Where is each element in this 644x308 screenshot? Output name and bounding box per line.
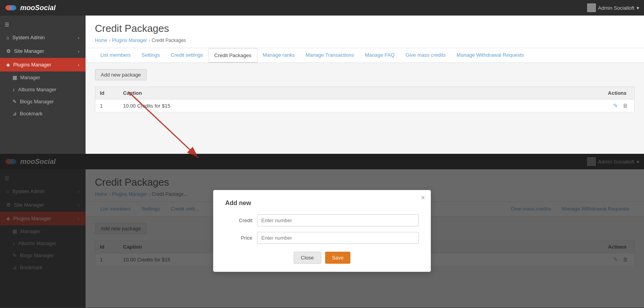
sidebar-label-plugins-manager: Plugins Manager bbox=[13, 62, 51, 68]
modal-save-btn[interactable]: Save bbox=[325, 252, 351, 264]
delete-icon[interactable]: 🗑 bbox=[623, 103, 628, 109]
admin-menu[interactable]: Admin Socialloft ▾ bbox=[587, 3, 639, 12]
admin-dropdown-icon: ▾ bbox=[637, 5, 639, 11]
admin-avatar bbox=[587, 3, 596, 12]
modal-title: Add new bbox=[225, 200, 419, 207]
tab-give-mass-credits[interactable]: Give mass credits bbox=[400, 48, 451, 63]
tabs-bar: List members Settings Credit settings Cr… bbox=[86, 48, 644, 63]
breadcrumb-sep-1: › bbox=[109, 38, 110, 43]
price-field-row: Price bbox=[225, 232, 419, 244]
logo: mooSocial bbox=[5, 3, 56, 12]
sidebar-item-plugins-manager[interactable]: ◈ Plugins Manager ‹ bbox=[0, 58, 86, 71]
price-input[interactable] bbox=[257, 232, 419, 244]
col-id: Id bbox=[95, 87, 119, 99]
breadcrumb-home[interactable]: Home bbox=[95, 38, 107, 43]
edit-icon[interactable]: ✎ bbox=[613, 103, 618, 109]
sidebar-label-manager: Manager bbox=[20, 75, 40, 80]
sidebar-label-albums-manager: Albums Manager bbox=[18, 87, 56, 92]
main-content: Credit Packages Home › Plugins Manager ›… bbox=[86, 16, 644, 154]
tab-credit-packages[interactable]: Credit Packages bbox=[208, 48, 257, 63]
packages-table: Id Caption Actions 1 10.00 Credits for $… bbox=[95, 87, 635, 112]
sidebar-item-system-admin[interactable]: ⌂ System Admin ‹ bbox=[0, 31, 86, 44]
svg-point-1 bbox=[9, 5, 16, 10]
arrow-icon-2: ‹ bbox=[78, 49, 79, 54]
tab-manage-ranks[interactable]: Manage ranks bbox=[257, 48, 300, 63]
bookmark-icon: ⊿ bbox=[12, 111, 17, 117]
breadcrumb-plugins-manager[interactable]: Plugins Manager bbox=[112, 38, 147, 43]
add-new-package-button[interactable]: Add new package bbox=[95, 69, 147, 80]
cell-actions: ✎ 🗑 bbox=[451, 99, 635, 112]
credit-input[interactable] bbox=[257, 214, 419, 226]
blog-icon: ✎ bbox=[12, 99, 17, 104]
tab-credit-settings[interactable]: Credit settings bbox=[165, 48, 208, 63]
credit-field-row: Credit bbox=[225, 214, 419, 226]
col-actions: Actions bbox=[451, 87, 635, 99]
arrow-icon-3: ‹ bbox=[78, 63, 79, 67]
price-label: Price bbox=[225, 235, 252, 241]
table-row: 1 10.00 Credits for $15 ✎ 🗑 bbox=[95, 99, 635, 112]
sidebar-item-site-manager[interactable]: ⚙ Site Manager ‹ bbox=[0, 44, 86, 58]
arrow-icon: ‹ bbox=[78, 35, 79, 40]
credit-label: Credit bbox=[225, 218, 252, 223]
breadcrumb: Home › Plugins Manager › Credit Packages bbox=[95, 38, 635, 43]
modal-footer: Close Save bbox=[225, 252, 419, 264]
modal-close-button[interactable]: × bbox=[421, 194, 425, 201]
tab-manage-transactions[interactable]: Manage Transactions bbox=[300, 48, 359, 63]
sidebar-item-blogs-manager[interactable]: ✎ Blogs Manager bbox=[0, 96, 86, 108]
logo-text: mooSocial bbox=[20, 4, 56, 12]
modal-close-btn[interactable]: Close bbox=[294, 252, 321, 264]
tab-manage-withdrawal[interactable]: Manage Withdrawal Requests bbox=[451, 48, 529, 63]
sidebar-item-manager[interactable]: ▦ Manager bbox=[0, 71, 86, 84]
breadcrumb-current: Credit Packages bbox=[152, 38, 186, 43]
sidebar-label-blogs-manager: Blogs Manager bbox=[20, 99, 54, 104]
sidebar: ☰ ⌂ System Admin ‹ ⚙ Site Manager ‹ ◈ Pl… bbox=[0, 16, 86, 154]
admin-name: Admin Socialloft bbox=[598, 5, 634, 11]
page-header: Credit Packages Home › Plugins Manager ›… bbox=[86, 16, 644, 48]
sidebar-label-site-manager: Site Manager bbox=[14, 48, 44, 54]
sidebar-item-albums-manager[interactable]: ♪ Albums Manager bbox=[0, 84, 86, 96]
sidebar-item-bookmark[interactable]: ⊿ Bookmark bbox=[0, 108, 86, 120]
tab-settings[interactable]: Settings bbox=[136, 48, 165, 63]
cell-id: 1 bbox=[95, 99, 119, 112]
modal-overlay: × Add new Credit Price Close Save bbox=[0, 154, 644, 308]
sidebar-toggle[interactable]: ☰ bbox=[0, 19, 86, 31]
home-icon: ⌂ bbox=[6, 35, 9, 40]
manager-icon: ▦ bbox=[12, 75, 17, 80]
tab-manage-faq[interactable]: Manage FAQ bbox=[359, 48, 400, 63]
plugin-icon: ◈ bbox=[6, 62, 10, 68]
sidebar-label-bookmark: Bookmark bbox=[20, 111, 43, 117]
gear-icon: ⚙ bbox=[6, 48, 11, 54]
tab-list-members[interactable]: List members bbox=[95, 48, 136, 63]
album-icon: ♪ bbox=[12, 87, 15, 92]
content-area: Add new package Id Caption Actions 1 bbox=[86, 63, 644, 154]
page-title: Credit Packages bbox=[95, 23, 635, 35]
add-new-modal: × Add new Credit Price Close Save bbox=[213, 190, 431, 272]
breadcrumb-sep-2: › bbox=[149, 38, 150, 43]
sidebar-label-system-admin: System Admin bbox=[12, 35, 45, 40]
cell-caption: 10.00 Credits for $15 bbox=[119, 99, 451, 112]
col-caption: Caption bbox=[119, 87, 451, 99]
